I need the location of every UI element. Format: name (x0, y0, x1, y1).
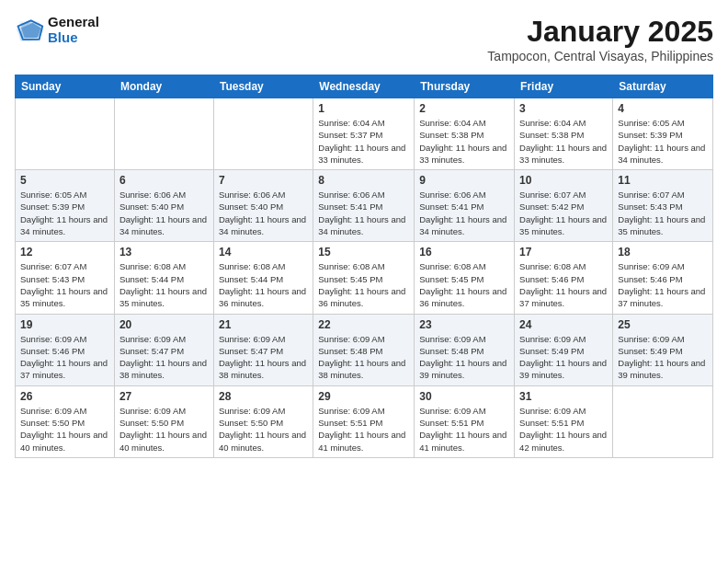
daylight-text: Daylight: 11 hours and 40 minutes. (219, 430, 306, 452)
table-cell (213, 98, 313, 170)
daylight-text: Daylight: 11 hours and 39 minutes. (519, 358, 607, 380)
sunset-text: Sunset: 5:49 PM (519, 346, 584, 356)
sunset-text: Sunset: 5:48 PM (318, 346, 382, 356)
page: General Blue January 2025 Tampocon, Cent… (0, 0, 728, 563)
table-cell: 17Sunrise: 6:08 AMSunset: 5:46 PMDayligh… (515, 242, 613, 314)
day-number: 18 (618, 246, 708, 259)
sunset-text: Sunset: 5:51 PM (519, 418, 584, 428)
cell-info: Sunrise: 6:09 AMSunset: 5:46 PMDaylight:… (20, 333, 109, 382)
day-number: 8 (318, 174, 409, 187)
sunset-text: Sunset: 5:39 PM (20, 201, 85, 212)
table-cell: 14Sunrise: 6:08 AMSunset: 5:44 PMDayligh… (213, 242, 313, 314)
table-cell: 29Sunrise: 6:09 AMSunset: 5:51 PMDayligh… (313, 385, 415, 457)
header: General Blue January 2025 Tampocon, Cent… (15, 15, 713, 63)
cell-info: Sunrise: 6:09 AMSunset: 5:49 PMDaylight:… (618, 333, 708, 382)
logo-text: General Blue (48, 15, 99, 45)
sunset-text: Sunset: 5:38 PM (519, 130, 584, 140)
cell-info: Sunrise: 6:07 AMSunset: 5:43 PMDaylight:… (618, 189, 708, 237)
sunset-text: Sunset: 5:45 PM (318, 274, 382, 284)
daylight-text: Daylight: 11 hours and 35 minutes. (519, 214, 607, 236)
col-monday: Monday (114, 75, 213, 98)
cell-info: Sunrise: 6:09 AMSunset: 5:51 PMDaylight:… (519, 405, 608, 454)
cell-info: Sunrise: 6:04 AMSunset: 5:38 PMDaylight:… (519, 117, 608, 166)
day-number: 7 (219, 174, 308, 187)
sunset-text: Sunset: 5:51 PM (318, 418, 382, 428)
sunrise-text: Sunrise: 6:09 AM (419, 334, 485, 344)
cell-info: Sunrise: 6:06 AMSunset: 5:40 PMDaylight:… (219, 189, 308, 237)
sunrise-text: Sunrise: 6:04 AM (318, 118, 384, 128)
sunset-text: Sunset: 5:50 PM (20, 418, 85, 428)
cell-info: Sunrise: 6:09 AMSunset: 5:51 PMDaylight:… (419, 405, 509, 454)
cell-info: Sunrise: 6:09 AMSunset: 5:48 PMDaylight:… (419, 333, 509, 382)
sunset-text: Sunset: 5:44 PM (219, 274, 283, 284)
sunrise-text: Sunrise: 6:06 AM (219, 190, 285, 200)
sunrise-text: Sunrise: 6:09 AM (119, 334, 186, 344)
cell-info: Sunrise: 6:04 AMSunset: 5:38 PMDaylight:… (419, 117, 509, 166)
col-sunday: Sunday (16, 75, 115, 98)
cell-info: Sunrise: 6:09 AMSunset: 5:47 PMDaylight:… (119, 333, 209, 382)
sunrise-text: Sunrise: 6:07 AM (519, 190, 586, 200)
cell-info: Sunrise: 6:09 AMSunset: 5:46 PMDaylight:… (618, 260, 708, 309)
cell-info: Sunrise: 6:07 AMSunset: 5:42 PMDaylight:… (519, 189, 608, 237)
day-number: 11 (618, 174, 708, 187)
sunset-text: Sunset: 5:41 PM (318, 201, 382, 212)
sunrise-text: Sunrise: 6:09 AM (618, 261, 684, 271)
sunset-text: Sunset: 5:47 PM (219, 346, 283, 356)
daylight-text: Daylight: 11 hours and 37 minutes. (618, 286, 705, 308)
day-number: 5 (20, 174, 109, 187)
sunset-text: Sunset: 5:42 PM (519, 201, 584, 212)
day-number: 17 (519, 246, 608, 259)
calendar-week-1: 1Sunrise: 6:04 AMSunset: 5:37 PMDaylight… (16, 98, 713, 170)
location: Tampocon, Central Visayas, Philippines (487, 49, 713, 63)
day-number: 21 (219, 318, 308, 331)
sunrise-text: Sunrise: 6:05 AM (618, 118, 684, 128)
day-number: 23 (419, 318, 509, 331)
sunrise-text: Sunrise: 6:08 AM (419, 261, 485, 271)
daylight-text: Daylight: 11 hours and 38 minutes. (119, 358, 207, 380)
sunset-text: Sunset: 5:41 PM (419, 201, 483, 212)
day-number: 9 (419, 174, 509, 187)
cell-info: Sunrise: 6:07 AMSunset: 5:43 PMDaylight:… (20, 260, 109, 309)
table-cell: 30Sunrise: 6:09 AMSunset: 5:51 PMDayligh… (415, 385, 515, 457)
calendar-week-5: 26Sunrise: 6:09 AMSunset: 5:50 PMDayligh… (16, 385, 713, 457)
cell-info: Sunrise: 6:09 AMSunset: 5:51 PMDaylight:… (318, 405, 409, 454)
sunset-text: Sunset: 5:38 PM (419, 130, 483, 140)
sunrise-text: Sunrise: 6:06 AM (318, 190, 384, 200)
cell-info: Sunrise: 6:08 AMSunset: 5:45 PMDaylight:… (419, 260, 509, 309)
sunrise-text: Sunrise: 6:09 AM (519, 406, 586, 416)
table-cell: 21Sunrise: 6:09 AMSunset: 5:47 PMDayligh… (213, 314, 313, 385)
sunset-text: Sunset: 5:50 PM (219, 418, 283, 428)
sunrise-text: Sunrise: 6:07 AM (618, 190, 684, 200)
table-cell: 24Sunrise: 6:09 AMSunset: 5:49 PMDayligh… (515, 314, 613, 385)
col-wednesday: Wednesday (313, 75, 415, 98)
sunrise-text: Sunrise: 6:09 AM (419, 406, 485, 416)
col-thursday: Thursday (415, 75, 515, 98)
daylight-text: Daylight: 11 hours and 34 minutes. (318, 214, 405, 236)
sunset-text: Sunset: 5:39 PM (618, 130, 682, 140)
table-cell (613, 385, 713, 457)
sunset-text: Sunset: 5:37 PM (318, 130, 382, 140)
daylight-text: Daylight: 11 hours and 38 minutes. (318, 358, 405, 380)
sunrise-text: Sunrise: 6:09 AM (318, 406, 384, 416)
title-block: January 2025 Tampocon, Central Visayas, … (487, 15, 713, 63)
table-cell: 25Sunrise: 6:09 AMSunset: 5:49 PMDayligh… (613, 314, 713, 385)
day-number: 30 (419, 390, 509, 403)
sunrise-text: Sunrise: 6:09 AM (20, 406, 86, 416)
day-number: 25 (618, 318, 708, 331)
daylight-text: Daylight: 11 hours and 34 minutes. (419, 214, 506, 236)
sunrise-text: Sunrise: 6:08 AM (519, 261, 586, 271)
daylight-text: Daylight: 11 hours and 33 minutes. (419, 143, 506, 165)
sunset-text: Sunset: 5:46 PM (20, 346, 85, 356)
day-number: 2 (419, 102, 509, 115)
cell-info: Sunrise: 6:08 AMSunset: 5:44 PMDaylight:… (119, 260, 209, 309)
daylight-text: Daylight: 11 hours and 38 minutes. (219, 358, 306, 380)
cell-info: Sunrise: 6:08 AMSunset: 5:44 PMDaylight:… (219, 260, 308, 309)
day-number: 24 (519, 318, 608, 331)
sunrise-text: Sunrise: 6:07 AM (20, 261, 86, 271)
cell-info: Sunrise: 6:09 AMSunset: 5:49 PMDaylight:… (519, 333, 608, 382)
day-number: 19 (20, 318, 109, 331)
col-friday: Friday (515, 75, 613, 98)
table-cell: 10Sunrise: 6:07 AMSunset: 5:42 PMDayligh… (515, 170, 613, 242)
day-number: 29 (318, 390, 409, 403)
sunset-text: Sunset: 5:47 PM (119, 346, 184, 356)
